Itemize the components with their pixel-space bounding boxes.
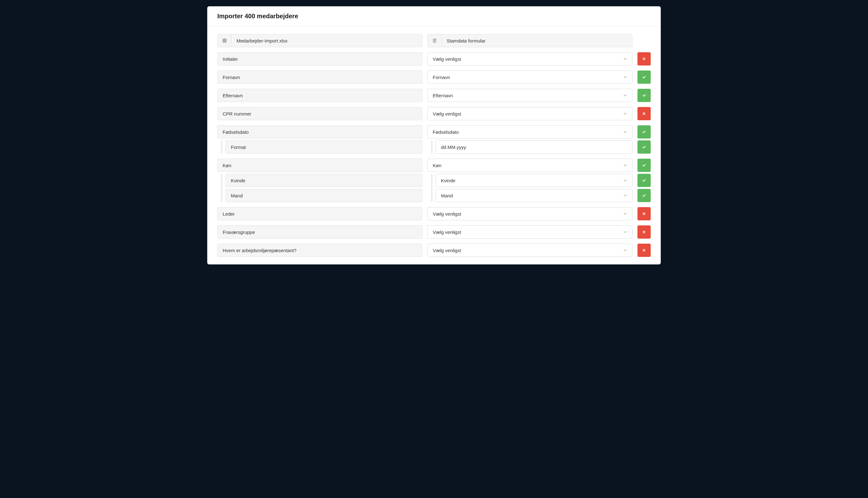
status-column: [637, 125, 651, 154]
status-column: [637, 89, 651, 102]
source-column: Initialer: [217, 52, 422, 65]
mapping-row: FødselsdatoFormatFødselsdatodd.MM.yyyy: [217, 125, 651, 154]
chevron-down-icon: [623, 112, 627, 116]
source-field-3: CPR nummer: [217, 107, 422, 120]
target-column: Vælg venligst: [427, 52, 632, 65]
mapping-row: EfternavnEfternavn: [217, 89, 651, 102]
chevron-down-icon: [623, 194, 627, 197]
target-select-6[interactable]: Vælg venligst: [427, 207, 632, 220]
source-column: Fraværsgruppe: [217, 225, 422, 239]
svg-rect-0: [223, 39, 226, 42]
source-field-1: Fornavn: [217, 70, 422, 84]
check-icon: [642, 93, 646, 97]
target-column: KønKvindeMand: [427, 159, 632, 202]
status-badge-4: [637, 125, 651, 139]
status-badge-3: [637, 107, 651, 120]
source-field-5-1: Mand: [225, 189, 422, 202]
target-subgroup: KvindeMand: [427, 174, 632, 202]
target-select-1[interactable]: Fornavn: [427, 70, 632, 84]
target-select-5[interactable]: Køn: [427, 159, 632, 172]
target-column: Fødselsdatodd.MM.yyyy: [427, 125, 632, 154]
target-select-5-0[interactable]: Kvinde: [436, 174, 632, 187]
source-subgroup: Format: [217, 140, 422, 154]
status-column: [637, 70, 651, 84]
target-select-2[interactable]: Efternavn: [427, 89, 632, 102]
target-select-5-1[interactable]: Mand: [436, 189, 632, 202]
status-badge-5-1: [637, 189, 651, 202]
cross-icon: [642, 212, 646, 215]
status-column: [637, 52, 651, 65]
source-field-4-0: Format: [225, 140, 422, 154]
mapping-row: FraværsgruppeVælg venligst: [217, 225, 651, 239]
source-field-7: Fraværsgruppe: [217, 225, 422, 239]
select-value: Køn: [433, 163, 442, 168]
mapping-row: KønKvindeMandKønKvindeMand: [217, 159, 651, 202]
check-icon: [642, 193, 646, 198]
select-value: Vælg venligst: [433, 230, 461, 235]
source-field-5-0: Kvinde: [225, 174, 422, 187]
target-column: Vælg venligst: [427, 244, 632, 257]
target-select-7[interactable]: Vælg venligst: [427, 225, 632, 239]
mapping-row: InitialerVælg venligst: [217, 52, 651, 65]
chevron-down-icon: [623, 93, 627, 97]
select-value: Efternavn: [433, 93, 453, 98]
status-badge-8: [637, 244, 651, 257]
source-column: FødselsdatoFormat: [217, 125, 422, 154]
chevron-down-icon: [623, 230, 627, 234]
target-column: Efternavn: [427, 89, 632, 102]
source-column: KønKvindeMand: [217, 159, 422, 202]
sub-content: Format: [225, 140, 422, 154]
select-value: dd.MM.yyyy: [441, 144, 466, 150]
sub-content: KvindeMand: [436, 174, 632, 202]
source-field-5: Køn: [217, 159, 422, 172]
select-value: Mand: [441, 193, 453, 198]
target-select-4[interactable]: Fødselsdato: [427, 125, 632, 139]
source-field-0: Initialer: [217, 52, 422, 65]
sub-content: dd.MM.yyyy: [436, 140, 632, 154]
modal-title: Importer 400 medarbejdere: [217, 13, 651, 20]
file-headers: Medarbejder-Import.xlsx Stamdata formula…: [217, 34, 651, 47]
indent-bar: [217, 140, 225, 154]
select-value: Vælg venligst: [433, 56, 461, 62]
source-field-8: Hvem er arbejdsmiljørepæsentant?: [217, 244, 422, 257]
cross-icon: [642, 57, 646, 61]
import-modal: Importer 400 medarbejdere Medarbejder-Im…: [207, 6, 661, 264]
sub-content: KvindeMand: [225, 174, 422, 202]
status-column: [637, 159, 651, 202]
chevron-down-icon: [623, 248, 627, 252]
indent-bar: [427, 140, 436, 154]
check-icon: [642, 130, 646, 134]
mapping-row: Hvem er arbejdsmiljørepæsentant?Vælg ven…: [217, 244, 651, 257]
cross-icon: [642, 112, 646, 116]
source-subgroup: KvindeMand: [217, 174, 422, 202]
target-form-name: Stamdata formular: [442, 38, 490, 43]
chevron-down-icon: [623, 130, 627, 134]
status-badge-2: [637, 89, 651, 102]
status-badge-5: [637, 159, 651, 172]
chevron-down-icon: [623, 75, 627, 79]
status-badge-5-0: [637, 174, 651, 187]
status-column: [637, 207, 651, 220]
mapping-row: FornavnFornavn: [217, 70, 651, 84]
form-icon: [428, 34, 442, 47]
target-select-3[interactable]: Vælg venligst: [427, 107, 632, 120]
source-field-6: Leder: [217, 207, 422, 220]
chevron-down-icon: [623, 212, 627, 215]
check-icon: [642, 163, 646, 168]
select-value: Vælg venligst: [433, 248, 461, 253]
status-badge-0: [637, 52, 651, 65]
status-badge-6: [637, 207, 651, 220]
status-badge-7: [637, 225, 651, 239]
status-badge-1: [637, 70, 651, 84]
target-select-0[interactable]: Vælg venligst: [427, 52, 632, 65]
check-icon: [642, 178, 646, 183]
source-file-header: Medarbejder-Import.xlsx: [217, 34, 422, 47]
chevron-down-icon: [623, 179, 627, 182]
source-column: Fornavn: [217, 70, 422, 84]
target-select-8[interactable]: Vælg venligst: [427, 244, 632, 257]
spreadsheet-icon: [218, 34, 232, 47]
indent-bar: [217, 174, 225, 202]
cross-icon: [642, 230, 646, 234]
chevron-down-icon: [623, 163, 627, 167]
target-column: Vælg venligst: [427, 225, 632, 239]
